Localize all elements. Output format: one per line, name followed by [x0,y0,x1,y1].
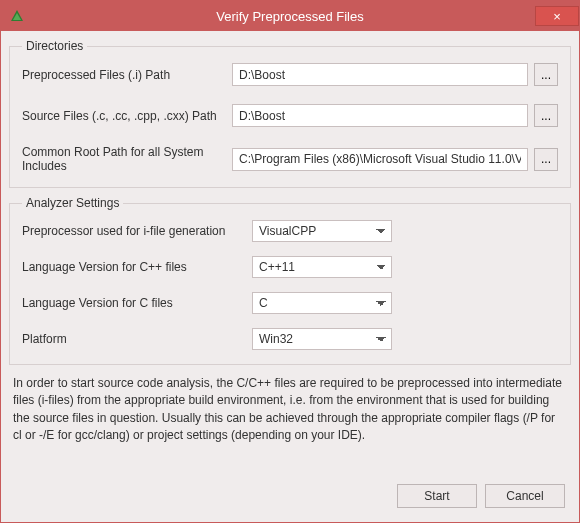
directories-legend: Directories [22,39,87,53]
c-version-select[interactable]: C [252,292,392,314]
source-path-label: Source Files (.c, .cc, .cpp, .cxx) Path [22,109,232,123]
c-version-row: Language Version for C files C [22,292,558,314]
source-path-browse-button[interactable]: ... [534,104,558,127]
preprocessed-path-row: Preprocessed Files (.i) Path ... [22,63,558,86]
preprocessed-path-label: Preprocessed Files (.i) Path [22,68,232,82]
close-button[interactable]: × [535,6,579,26]
dialog-body: Directories Preprocessed Files (.i) Path… [1,31,579,522]
cpp-version-label: Language Version for C++ files [22,260,252,274]
common-root-browse-button[interactable]: ... [534,148,558,171]
c-version-label: Language Version for C files [22,296,252,310]
close-icon: × [553,9,561,24]
dialog-window: Verify Preprocessed Files × Directories … [0,0,580,523]
analyzer-settings-group: Analyzer Settings Preprocessor used for … [9,196,571,365]
common-root-label: Common Root Path for all System Includes [22,145,232,173]
preprocessor-label: Preprocessor used for i-file generation [22,224,252,238]
cpp-version-row: Language Version for C++ files C++11 [22,256,558,278]
platform-row: Platform Win32 [22,328,558,350]
titlebar: Verify Preprocessed Files × [1,1,579,31]
start-button[interactable]: Start [397,484,477,508]
window-title: Verify Preprocessed Files [1,9,579,24]
preprocessed-path-browse-button[interactable]: ... [534,63,558,86]
directories-group: Directories Preprocessed Files (.i) Path… [9,39,571,188]
cancel-button[interactable]: Cancel [485,484,565,508]
preprocessed-path-input[interactable] [232,63,528,86]
common-root-input[interactable] [232,148,528,171]
app-icon [9,8,25,24]
source-path-input[interactable] [232,104,528,127]
cpp-version-select[interactable]: C++11 [252,256,392,278]
preprocessor-row: Preprocessor used for i-file generation … [22,220,558,242]
analyzer-settings-legend: Analyzer Settings [22,196,123,210]
source-path-row: Source Files (.c, .cc, .cpp, .cxx) Path … [22,104,558,127]
button-bar: Start Cancel [9,474,571,514]
common-root-row: Common Root Path for all System Includes… [22,145,558,173]
info-text: In order to start source code analysis, … [9,373,571,445]
preprocessor-select[interactable]: VisualCPP [252,220,392,242]
platform-label: Platform [22,332,252,346]
platform-select[interactable]: Win32 [252,328,392,350]
